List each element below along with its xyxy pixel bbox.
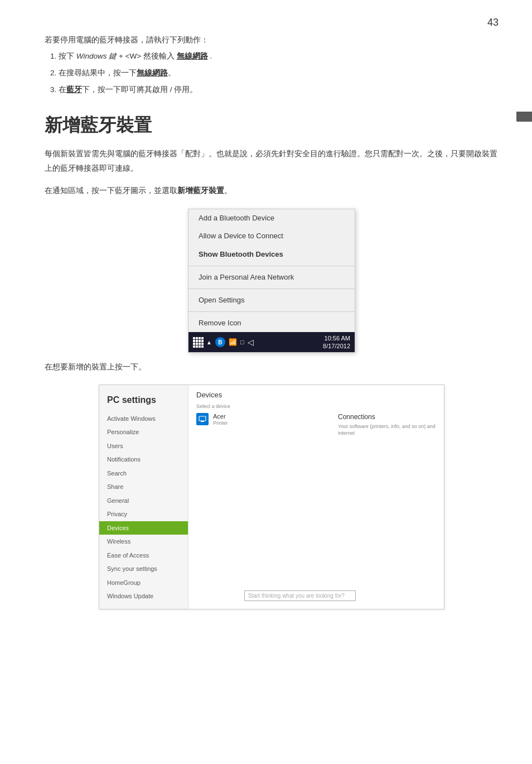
menu-item-show-bluetooth[interactable]: Show Bluetooth Devices [188, 246, 355, 263]
start-icon[interactable] [193, 337, 203, 347]
taskbar-left: ▲ B 📶 □ ◁ [193, 337, 254, 347]
page-container: 43 繁 體 中 文 若要停用電腦的藍牙轉接器，請執行下列動作： 1. 按下 W… [0, 0, 532, 764]
menu-item-remove-icon[interactable]: Remove Icon [188, 314, 355, 332]
pc-menu-ease[interactable]: Ease of Access [99, 549, 188, 563]
intro-step1: 1. 按下 Windows 鍵 + <W> 然後輸入 無線網路 . [50, 49, 499, 64]
grid-cell [201, 340, 204, 342]
grid-cell [193, 345, 195, 348]
device-info: Acer Printer [213, 412, 228, 426]
taskbar-time: 10:56 AM 8/17/2012 [323, 334, 350, 350]
pc-settings-title: PC settings [99, 391, 188, 412]
grid-cell [193, 337, 195, 339]
pc-menu-privacy[interactable]: Privacy [99, 507, 188, 521]
devices-panel-title: Devices [196, 391, 436, 399]
pc-settings-container: PC settings Activate Windows Personalize… [45, 385, 499, 609]
grid-cell [196, 345, 198, 348]
section-body2: 在通知區域，按一下藍牙圖示，並選取新增藍牙裝置。 [45, 184, 499, 198]
side-tab-char2: 體 [510, 116, 520, 117]
grid-cell [193, 343, 195, 345]
menu-divider-3 [188, 311, 355, 312]
taskbar-icon4: ◁ [248, 338, 254, 347]
pc-menu-sync[interactable]: Sync your settings [99, 562, 188, 576]
pc-menu-homegroup[interactable]: HomeGroup [99, 576, 188, 590]
pc-menu-users[interactable]: Users [99, 439, 188, 453]
side-tab: 繁 體 中 文 [516, 112, 532, 122]
grid-cell [199, 345, 201, 348]
select-device-label: Select a device [196, 403, 436, 409]
intro-section: 若要停用電腦的藍牙轉接器，請執行下列動作： 1. 按下 Windows 鍵 + … [45, 33, 499, 97]
devices-panel: Devices Select a device Acer [196, 391, 436, 426]
menu-item-add-bluetooth[interactable]: Add a Bluetooth Device [188, 209, 355, 227]
pc-menu-devices[interactable]: Devices [99, 521, 188, 535]
side-tab-char1: 繁 [520, 116, 530, 117]
page-number: 43 [487, 17, 499, 28]
grid-cell [201, 345, 204, 348]
side-tab-char4: 文 [491, 116, 501, 117]
search-panel: Start thinking what you are looking for? [244, 590, 438, 601]
pc-menu-activate[interactable]: Activate Windows [99, 412, 188, 426]
section-body1: 每個新裝置皆需先與電腦的藍牙轉接器「配對」。也就是說，必須先針對安全目的進行驗證… [45, 147, 499, 175]
svg-rect-0 [199, 416, 206, 421]
bluetooth-tray-icon[interactable]: B [215, 337, 225, 347]
pc-menu-share[interactable]: Share [99, 480, 188, 494]
connections-panel: Connections Your software (printers, inf… [338, 413, 438, 437]
pc-menu-search[interactable]: Search [99, 467, 188, 480]
context-menu-container: Add a Bluetooth Device Allow a Device to… [45, 209, 499, 353]
intro-step3: 3. 在藍牙下，按一下即可將其啟用 / 停用。 [50, 83, 499, 97]
pc-settings-sidebar: PC settings Activate Windows Personalize… [99, 385, 188, 609]
pc-settings-box: PC settings Activate Windows Personalize… [99, 385, 444, 609]
intro-line0: 若要停用電腦的藍牙轉接器，請執行下列動作： [45, 33, 499, 47]
device-icon-acer [196, 413, 209, 425]
pc-settings-content: Devices Select a device Acer [188, 385, 444, 609]
grid-cell [196, 343, 198, 345]
grid-cell [201, 343, 204, 345]
grid-cell [196, 340, 198, 342]
side-tab-char3: 中 [500, 116, 510, 117]
svg-rect-1 [201, 421, 204, 422]
pc-menu-general[interactable]: General [99, 494, 188, 508]
search-box[interactable]: Start thinking what you are looking for? [244, 590, 356, 601]
context-menu-box: Add a Bluetooth Device Allow a Device to… [188, 209, 355, 353]
instruction-below: 在想要新增的裝置上按一下。 [45, 361, 499, 374]
context-menu: Add a Bluetooth Device Allow a Device to… [188, 209, 355, 353]
menu-divider-1 [188, 266, 355, 266]
pc-menu-wireless[interactable]: Wireless [99, 535, 188, 549]
menu-item-allow-device[interactable]: Allow a Device to Connect [188, 227, 355, 245]
pc-menu-windowsupdate[interactable]: Windows Update [99, 589, 188, 603]
intro-step2: 2. 在搜尋結果中，按一下無線網路。 [50, 66, 499, 80]
signal-icon: 📶 [229, 338, 237, 346]
taskbar-strip: ▲ B 📶 □ ◁ 10:56 AM 8/17/2012 [188, 332, 355, 352]
grid-cell [196, 337, 198, 339]
pc-menu-notifications[interactable]: Notifications [99, 453, 188, 467]
menu-item-join-network[interactable]: Join a Personal Area Network [188, 268, 355, 286]
pc-menu-personalize[interactable]: Personalize [99, 425, 188, 439]
menu-item-open-settings[interactable]: Open Settings [188, 291, 355, 309]
grid-cell [199, 337, 201, 339]
section-title: 新增藍牙裝置 [45, 113, 499, 138]
taskbar-icon3: □ [240, 339, 244, 345]
grid-cell [199, 343, 201, 345]
grid-cell [193, 340, 195, 342]
taskbar-arrow-icon: ▲ [206, 339, 212, 345]
grid-cell [199, 340, 201, 342]
menu-divider-2 [188, 289, 355, 289]
grid-cell [201, 337, 204, 339]
